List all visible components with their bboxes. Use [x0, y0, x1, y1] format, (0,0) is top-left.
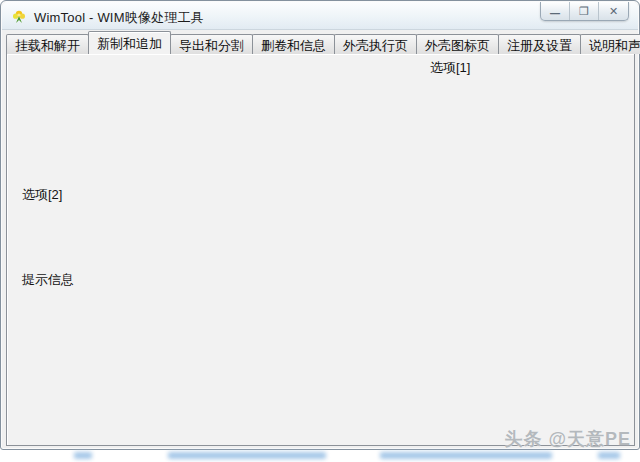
maximize-icon: ❐	[579, 6, 589, 17]
tab-mount-unmount[interactable]: 挂载和解开	[6, 34, 89, 54]
censored-text-blur	[74, 452, 92, 459]
minimize-button[interactable]: —	[541, 2, 570, 21]
censored-text-blur	[598, 452, 620, 459]
minimize-icon: —	[550, 9, 560, 19]
window-controls: — ❐ ✕	[540, 2, 629, 21]
tab-shell-exec[interactable]: 外壳执行页	[334, 34, 417, 54]
tab-delete-info[interactable]: 删卷和信息	[252, 34, 335, 54]
tab-create-append[interactable]: 新制和追加	[88, 31, 171, 54]
tab-about[interactable]: 说明和声明	[580, 34, 640, 54]
close-icon: ✕	[609, 6, 618, 17]
window-title: WimTool - WIM映像处理工具	[34, 9, 204, 27]
app-icon	[11, 8, 27, 24]
tab-bar: 挂载和解开 新制和追加 导出和分割 删卷和信息 外壳执行页 外壳图标页 注册及设…	[6, 32, 640, 54]
bottom-strip	[0, 450, 640, 462]
watermark-text: 头条 @天意PE	[504, 427, 631, 451]
censored-text-blur	[168, 452, 326, 459]
tab-export-split[interactable]: 导出和分割	[170, 34, 253, 54]
close-button[interactable]: ✕	[599, 2, 628, 21]
tab-register-settings[interactable]: 注册及设置	[498, 34, 581, 54]
censored-text-blur	[380, 452, 552, 459]
options2-title: 选项[2]	[19, 186, 65, 204]
tab-content-panel	[6, 53, 635, 446]
maximize-button[interactable]: ❐	[570, 2, 599, 21]
tab-shell-icon[interactable]: 外壳图标页	[416, 34, 499, 54]
screen: WimTool - WIM映像处理工具 — ❐ ✕ 挂载和解开 新制和追加 导出…	[0, 0, 640, 462]
options1-title: 选项[1]	[427, 59, 473, 77]
wimtool-window: WimTool - WIM映像处理工具 — ❐ ✕ 挂载和解开 新制和追加 导出…	[0, 0, 640, 450]
titlebar: WimTool - WIM映像处理工具 — ❐ ✕	[2, 2, 638, 30]
info-title: 提示信息	[19, 271, 77, 289]
